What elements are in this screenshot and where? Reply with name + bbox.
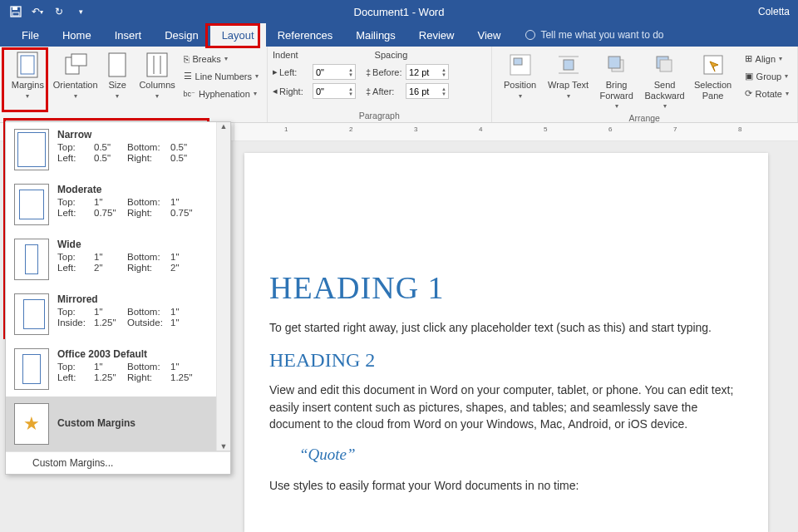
indent-right-input[interactable]: ▲▼ bbox=[313, 83, 356, 99]
group-label: Group bbox=[756, 71, 782, 81]
margin-office-icon bbox=[14, 348, 49, 390]
line-numbers-icon: ☰ bbox=[184, 71, 192, 81]
position-icon bbox=[507, 52, 534, 78]
breaks-button[interactable]: ⎘Breaks▾ bbox=[180, 50, 262, 67]
lbl-right: Right: bbox=[127, 153, 170, 163]
val-right: 0.5" bbox=[170, 153, 204, 163]
ruler-tick: 7 bbox=[673, 126, 677, 133]
margin-preset-wide[interactable]: Wide Top:1" Bottom:1" Left:2" Right:2" bbox=[6, 232, 230, 287]
margin-preset-narrow[interactable]: Narrow Top:0.5" Bottom:0.5" Left:0.5" Ri… bbox=[6, 122, 230, 177]
tab-file[interactable]: File bbox=[10, 23, 51, 47]
indent-left-input[interactable]: ▲▼ bbox=[313, 64, 356, 80]
ruler-tick: 1 bbox=[284, 126, 288, 133]
tab-layout[interactable]: Layout bbox=[210, 23, 266, 47]
margin-preset-moderate[interactable]: Moderate Top:1" Bottom:1" Left:0.75" Rig… bbox=[6, 177, 230, 232]
lbl-top: Top: bbox=[57, 362, 94, 372]
breaks-icon: ⎘ bbox=[184, 54, 190, 64]
lbl-bottom: Bottom: bbox=[127, 307, 170, 317]
align-button[interactable]: ⊞Align▾ bbox=[741, 50, 792, 67]
spacing-before-input[interactable]: ▲▼ bbox=[406, 64, 449, 80]
preset-title: Mirrored bbox=[57, 293, 212, 305]
body-paragraph[interactable]: To get started right away, just click an… bbox=[269, 319, 743, 336]
selection-pane-button[interactable]: Selection Pane bbox=[690, 50, 736, 111]
tab-design[interactable]: Design bbox=[153, 23, 209, 47]
ruler-tick: 2 bbox=[349, 126, 352, 133]
body-paragraph[interactable]: View and edit this document in Word on y… bbox=[269, 382, 743, 432]
size-button[interactable]: Size▾ bbox=[101, 50, 135, 102]
size-label: Size bbox=[109, 80, 126, 91]
val-left: 0.5" bbox=[94, 153, 127, 163]
wrap-text-button[interactable]: Wrap Text▾ bbox=[545, 50, 592, 111]
orientation-button[interactable]: Orientation▾ bbox=[52, 50, 99, 102]
heading-1[interactable]: HEADING 1 bbox=[269, 269, 743, 306]
val-left: 1.25" bbox=[94, 318, 127, 328]
bring-forward-icon bbox=[603, 52, 630, 78]
position-label: Position bbox=[504, 80, 536, 91]
dropdown-scrollbar[interactable]: ▲▼ bbox=[216, 122, 230, 451]
undo-icon[interactable]: ↶▾ bbox=[28, 2, 47, 21]
spacing-after-input[interactable]: ▲▼ bbox=[406, 83, 449, 99]
margins-button[interactable]: Margins▾ bbox=[5, 50, 51, 102]
selection-pane-icon bbox=[700, 52, 727, 78]
body-paragraph[interactable]: Use styles to easily format your Word do… bbox=[269, 477, 743, 494]
ruler-tick: 5 bbox=[544, 126, 547, 133]
heading-2[interactable]: HEADING 2 bbox=[269, 349, 743, 372]
columns-button[interactable]: Columns▾ bbox=[136, 50, 179, 102]
lbl-bottom: Bottom: bbox=[127, 142, 170, 152]
spacing-after-label: ‡After: bbox=[366, 86, 402, 96]
tab-home[interactable]: Home bbox=[51, 23, 103, 47]
group-label-pagesetup bbox=[5, 109, 262, 122]
margin-preset-custom[interactable]: ★ Custom Margins bbox=[6, 397, 230, 451]
user-name[interactable]: Coletta bbox=[758, 6, 798, 17]
tab-insert[interactable]: Insert bbox=[103, 23, 154, 47]
val-left: 2" bbox=[94, 263, 127, 273]
send-backward-button[interactable]: Send Backward▾ bbox=[642, 50, 688, 111]
indent-left-label: ▸Left: bbox=[273, 66, 309, 77]
margin-preset-office2003[interactable]: Office 2003 Default Top:1" Bottom:1" Lef… bbox=[6, 342, 230, 397]
hyphenation-label: Hyphenation bbox=[199, 89, 250, 99]
group-button[interactable]: ▣Group▾ bbox=[741, 67, 792, 85]
align-label: Align bbox=[756, 54, 776, 64]
group-label-paragraph: Paragraph bbox=[273, 109, 486, 122]
redo-icon[interactable]: ↻ bbox=[50, 2, 68, 21]
tab-view[interactable]: View bbox=[466, 23, 512, 47]
save-icon[interactable] bbox=[7, 2, 25, 21]
lightbulb-icon bbox=[525, 30, 535, 40]
svg-rect-13 bbox=[564, 60, 574, 70]
columns-icon bbox=[144, 52, 170, 78]
lbl-left: Left: bbox=[57, 263, 94, 273]
hyphenation-button[interactable]: bc⁻Hyphenation▾ bbox=[180, 85, 262, 102]
bring-forward-button[interactable]: Bring Forward▾ bbox=[594, 50, 640, 111]
lbl-top: Top: bbox=[57, 142, 94, 152]
position-button[interactable]: Position▾ bbox=[497, 50, 544, 111]
val-left: 0.75" bbox=[94, 208, 127, 218]
columns-label: Columns bbox=[139, 80, 175, 91]
qat-customize-icon[interactable]: ▾ bbox=[71, 2, 90, 21]
align-icon: ⊞ bbox=[745, 53, 752, 64]
lbl-top: Top: bbox=[57, 197, 94, 207]
send-backward-icon bbox=[652, 52, 678, 78]
margin-custom-icon: ★ bbox=[14, 403, 49, 445]
margins-label: Margins bbox=[12, 80, 44, 91]
val-left: 1.25" bbox=[94, 372, 127, 382]
lbl-bottom: Bottom: bbox=[127, 362, 170, 372]
margin-preset-mirrored[interactable]: Mirrored Top:1" Bottom:1" Inside:1.25" O… bbox=[6, 287, 230, 342]
val-bottom: 1" bbox=[170, 252, 204, 262]
title-bar: ↶▾ ↻ ▾ Document1 - Word Coletta bbox=[0, 0, 798, 23]
quote-text[interactable]: “Quote” bbox=[269, 446, 743, 464]
tab-references[interactable]: References bbox=[266, 23, 344, 47]
ruler-tick: 4 bbox=[479, 126, 482, 133]
wrap-text-label: Wrap Text bbox=[548, 80, 589, 91]
tell-me-search[interactable]: Tell me what you want to do bbox=[525, 29, 663, 41]
page[interactable]: HEADING 1 To get started right away, jus… bbox=[244, 153, 768, 532]
tab-mailings[interactable]: Mailings bbox=[344, 23, 407, 47]
rotate-button[interactable]: ⟳Rotate▾ bbox=[741, 85, 792, 102]
ruler-tick: 8 bbox=[738, 126, 741, 133]
margin-wide-icon bbox=[14, 239, 49, 280]
margin-mirrored-icon bbox=[14, 293, 49, 335]
lbl-left: Left: bbox=[57, 372, 94, 382]
tab-review[interactable]: Review bbox=[407, 23, 466, 47]
horizontal-ruler[interactable]: 1 2 3 4 5 6 7 8 bbox=[234, 123, 798, 140]
line-numbers-button[interactable]: ☰Line Numbers▾ bbox=[180, 67, 262, 85]
custom-margins-link[interactable]: Custom Margins... bbox=[6, 451, 230, 474]
